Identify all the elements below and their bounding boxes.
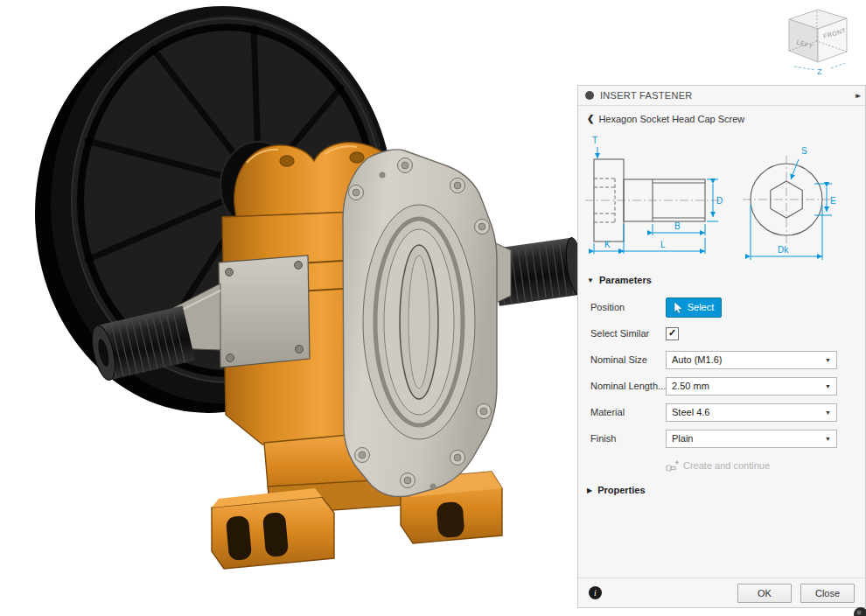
close-button[interactable]: Close bbox=[800, 584, 855, 603]
chevron-down-icon: ▼ bbox=[825, 436, 831, 442]
back-link[interactable]: ❮ Hexagon Socket Head Cap Screw bbox=[587, 112, 744, 126]
dim-label-d: D bbox=[716, 196, 723, 206]
mounting-base[interactable] bbox=[212, 472, 502, 569]
nominal-length-dropdown[interactable]: 2.50 mm ▼ bbox=[666, 377, 837, 396]
dim-label-k: K bbox=[604, 240, 611, 249]
chevron-down-icon: ▼ bbox=[825, 410, 831, 416]
parameters-section-header[interactable]: ▼ Parameters bbox=[587, 275, 652, 285]
dim-label-dk: Dk bbox=[778, 245, 789, 255]
select-similar-row: Select Similar ✓ bbox=[590, 324, 853, 343]
dialog-title: INSERT FASTENER bbox=[600, 90, 693, 101]
parameters-title: Parameters bbox=[599, 275, 652, 285]
nominal-size-row: Nominal Size Auto (M1.6) ▼ bbox=[590, 350, 853, 369]
view-cube[interactable]: LEFT FRONT Z bbox=[777, 2, 861, 79]
dialog-footer: i OK Close bbox=[578, 578, 865, 607]
fastener-type-label: Hexagon Socket Head Cap Screw bbox=[598, 114, 744, 124]
dim-label-l: L bbox=[660, 240, 666, 249]
app-canvas[interactable]: LEFT FRONT Z INSERT FASTENER ▸▸ ❮ Hexago… bbox=[0, 0, 866, 616]
properties-title: Properties bbox=[597, 485, 645, 495]
panel-grip-icon[interactable] bbox=[585, 91, 594, 100]
position-row: Position Select bbox=[590, 298, 853, 317]
section-collapsed-icon: ▶ bbox=[587, 486, 592, 494]
ok-button[interactable]: OK bbox=[737, 584, 792, 603]
back-chevron-icon: ❮ bbox=[587, 115, 594, 123]
dim-label-s: S bbox=[801, 146, 807, 156]
material-dropdown[interactable]: Steel 4.6 ▼ bbox=[666, 403, 837, 422]
outlet-port[interactable] bbox=[485, 236, 577, 308]
properties-section-header[interactable]: ▶ Properties bbox=[587, 485, 646, 495]
fastener-diagram: T D B K L S E Dk bbox=[578, 130, 866, 271]
cover-plate[interactable] bbox=[343, 150, 497, 497]
section-expanded-icon: ▼ bbox=[587, 276, 594, 284]
finish-dropdown[interactable]: Plain ▼ bbox=[666, 430, 837, 448]
insert-fastener-dialog: INSERT FASTENER ▸▸ ❮ Hexagon Socket Head… bbox=[577, 85, 866, 608]
select-similar-label: Select Similar bbox=[590, 328, 666, 339]
material-row: Material Steel 4.6 ▼ bbox=[590, 402, 853, 422]
finish-label: Finish bbox=[590, 433, 666, 444]
chevron-down-icon: ▼ bbox=[825, 357, 831, 363]
nominal-length-label: Nominal Length... bbox=[590, 381, 666, 391]
finish-row: Finish Plain ▼ bbox=[590, 429, 853, 448]
select-similar-checkbox[interactable]: ✓ bbox=[666, 327, 679, 340]
create-continue-icon bbox=[666, 459, 679, 472]
nominal-size-label: Nominal Size bbox=[590, 354, 666, 365]
dialog-header: INSERT FASTENER ▸▸ bbox=[578, 86, 865, 106]
dim-label-e: E bbox=[830, 196, 836, 206]
chevron-down-icon: ▼ bbox=[825, 383, 831, 389]
3d-model-gear-pump[interactable] bbox=[0, 0, 577, 616]
material-label: Material bbox=[590, 407, 666, 417]
nominal-size-dropdown[interactable]: Auto (M1.6) ▼ bbox=[666, 351, 837, 369]
create-and-continue-button[interactable]: Create and continue bbox=[666, 457, 770, 474]
position-select-button[interactable]: Select bbox=[666, 298, 722, 318]
info-icon[interactable]: i bbox=[589, 586, 602, 599]
pointer-badge-icon bbox=[850, 604, 866, 616]
position-label: Position bbox=[590, 302, 666, 312]
dim-label-b: B bbox=[674, 221, 681, 231]
z-axis-label: Z bbox=[817, 67, 822, 76]
cursor-icon bbox=[674, 302, 683, 313]
checkmark-icon: ✓ bbox=[668, 328, 676, 338]
expand-panel-icon[interactable]: ▸▸ bbox=[856, 91, 858, 100]
nominal-length-row: Nominal Length... 2.50 mm ▼ bbox=[590, 376, 853, 396]
dim-label-t: T bbox=[592, 136, 597, 145]
